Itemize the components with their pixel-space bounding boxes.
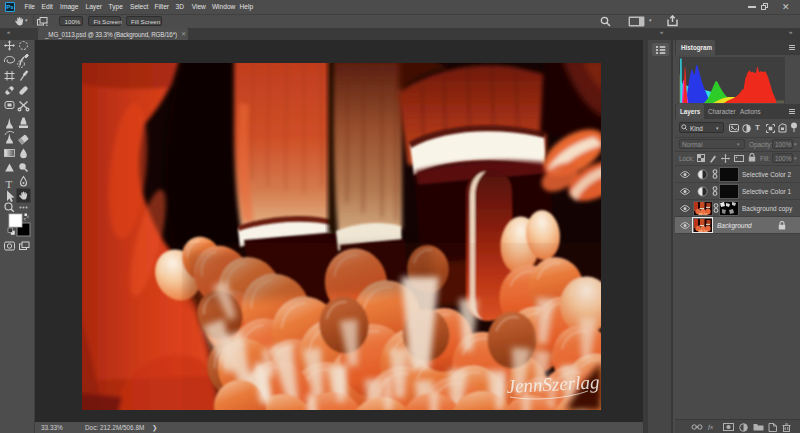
svg-text:T: T — [6, 178, 13, 190]
svg-text:1: 1 — [46, 21, 48, 26]
